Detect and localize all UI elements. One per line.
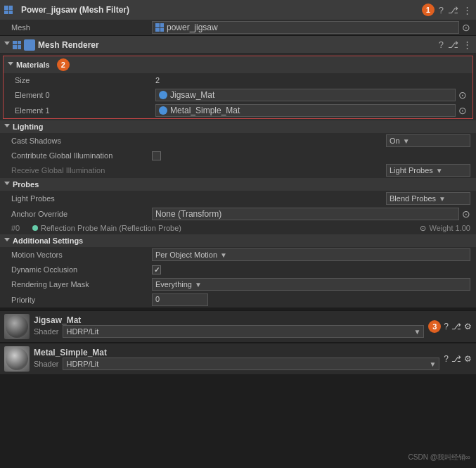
cast-shadows-row: Cast Shadows On ▼	[0, 133, 476, 148]
receive-gi-value: Light Probes	[390, 166, 433, 175]
rendering-layer-mask-value-row: Everything ▼	[152, 278, 470, 291]
mesh-renderer-icon	[13, 41, 21, 49]
materials-size-label: Size	[15, 76, 155, 84]
additional-settings-section: Additional Settings Motion Vectors Per O…	[0, 234, 476, 308]
anchor-override-row: Anchor Override None (Transform) ⊙	[0, 206, 476, 222]
mesh-renderer-triangle[interactable]	[4, 42, 10, 48]
motion-vectors-label: Motion Vectors	[11, 251, 152, 259]
materials-section-header[interactable]: Materials 2	[4, 56, 472, 73]
dynamic-occlusion-checkbox[interactable]: ✓	[152, 265, 161, 274]
metal-shader-arrow: ▼	[429, 360, 436, 368]
metal-mat-icons: ? ⎇ ⚙	[444, 354, 472, 364]
probes-triangle	[4, 182, 10, 188]
metal-shader-dropdown[interactable]: HDRP/Lit ▼	[63, 358, 439, 370]
mesh-value: power_jigsaw	[167, 23, 218, 32]
motion-vectors-row: Motion Vectors Per Object Motion ▼	[0, 247, 476, 263]
jigsaw-gear-icon[interactable]: ⚙	[464, 322, 472, 331]
dynamic-occlusion-label: Dynamic Occlusion	[11, 265, 152, 274]
badge-1: 1	[422, 4, 435, 16]
svg-point-0	[6, 315, 28, 338]
element0-row: Element 0 Jigsaw_Mat ⊙	[4, 87, 472, 103]
light-probes-value-row: Blend Probes ▼	[152, 192, 470, 205]
contribute-gi-checkbox[interactable]	[152, 151, 161, 160]
rendering-layer-mask-value: Everything	[155, 280, 192, 289]
mesh-renderer-header-icons: ? ⎇ ⋮	[439, 39, 472, 50]
jigsaw-shader-arrow: ▼	[413, 328, 420, 336]
receive-gi-dropdown[interactable]: Light Probes ▼	[386, 164, 470, 177]
materials-size-value: 2	[155, 76, 467, 84]
renderer-component-icon	[24, 39, 35, 51]
rendering-layer-mask-dropdown[interactable]: Everything ▼	[152, 278, 470, 291]
lighting-triangle	[4, 124, 10, 130]
probe-target[interactable]: ⊙	[420, 224, 426, 233]
metal-gear-icon[interactable]: ⚙	[464, 354, 472, 364]
motion-vectors-dropdown[interactable]: Per Object Motion ▼	[152, 248, 470, 261]
additional-settings-label: Additional Settings	[13, 236, 83, 245]
lighting-label: Lighting	[13, 122, 43, 131]
mr-menu-icon[interactable]: ⋮	[463, 39, 472, 50]
cast-shadows-dropdown[interactable]: On ▼	[386, 134, 470, 147]
priority-row: Priority 0	[0, 292, 476, 308]
element0-field[interactable]: Jigsaw_Mat	[155, 89, 456, 101]
probe-num: #0	[11, 224, 32, 232]
lighting-section-header[interactable]: Lighting	[0, 120, 476, 133]
rendering-layer-mask-row: Rendering Layer Mask Everything ▼	[0, 277, 476, 292]
mr-question-icon[interactable]: ?	[439, 39, 444, 50]
materials-triangle	[8, 62, 13, 68]
probe-name: Reflection Probe Main (Reflection Probe)	[41, 224, 420, 232]
additional-settings-header[interactable]: Additional Settings	[0, 234, 476, 247]
jigsaw-shader-dropdown[interactable]: HDRP/Lit ▼	[63, 325, 424, 338]
question-icon[interactable]: ?	[439, 5, 444, 15]
receive-gi-value-row: Light Probes ▼	[152, 164, 470, 177]
probe-weight: Weight 1.00	[429, 224, 470, 232]
priority-input[interactable]: 0	[152, 293, 208, 306]
element1-target[interactable]: ⊙	[458, 105, 467, 116]
metal-mat-info: Metal_Simple_Mat Shader HDRP/Lit ▼	[34, 348, 439, 370]
csdn-watermark: CSDN @我叫经销∞	[409, 453, 470, 462]
mesh-field-row: Mesh power_jigsaw ⊙	[0, 20, 476, 35]
metal-question-icon[interactable]: ?	[444, 354, 449, 364]
light-probes-row: Light Probes Blend Probes ▼	[0, 191, 476, 206]
element0-label: Element 0	[15, 91, 155, 99]
jigsaw-mat-name: Jigsaw_Mat	[34, 315, 424, 325]
metal-sphere	[4, 346, 30, 372]
contribute-gi-label: Contribute Global Illumination	[11, 151, 152, 160]
mr-branch-icon[interactable]: ⎇	[448, 39, 458, 50]
probes-section-header[interactable]: Probes	[0, 178, 476, 191]
mesh-value-field[interactable]: power_jigsaw	[152, 21, 459, 34]
jigsaw-branch-icon[interactable]: ⎇	[451, 322, 461, 331]
cast-shadows-arrow: ▼	[403, 137, 410, 145]
anchor-override-value: None (Transform)	[155, 209, 221, 219]
materials-size-row: Size 2	[4, 73, 472, 87]
mesh-filter-icon	[4, 6, 13, 14]
menu-icon[interactable]: ⋮	[463, 5, 472, 15]
additional-settings-triangle	[4, 238, 10, 244]
element1-value: Metal_Simple_Mat	[170, 106, 240, 115]
metal-shader-value: HDRP/Lit	[66, 360, 98, 368]
badge-3: 3	[428, 320, 441, 333]
svg-point-1	[6, 348, 28, 370]
element0-icon	[159, 91, 167, 99]
anchor-override-field[interactable]: None (Transform)	[152, 208, 459, 220]
jigsaw-question-icon[interactable]: ?	[444, 322, 449, 331]
materials-section: Materials 2 Size 2 Element 0 Jigsaw_Mat …	[3, 56, 473, 119]
element0-target[interactable]: ⊙	[458, 89, 467, 101]
rendering-layer-mask-label: Rendering Layer Mask	[11, 280, 152, 289]
mesh-filter-header-icons: ? ⎇ ⋮	[439, 5, 472, 15]
reflection-probe-row: #0 Reflection Probe Main (Reflection Pro…	[0, 222, 476, 234]
anchor-target[interactable]: ⊙	[462, 208, 470, 220]
jigsaw-shader-row: Shader HDRP/Lit ▼	[34, 325, 424, 338]
mesh-filter-panel: Power_jigsaw (Mesh Filter) 1 ? ⎇ ⋮ Mesh …	[0, 0, 476, 36]
priority-value: 0	[155, 295, 160, 303]
metal-mat-name: Metal_Simple_Mat	[34, 348, 439, 358]
light-probes-dropdown[interactable]: Blend Probes ▼	[386, 192, 470, 205]
metal-branch-icon[interactable]: ⎇	[451, 354, 461, 364]
branch-icon[interactable]: ⎇	[448, 5, 458, 15]
probe-icon	[32, 225, 38, 231]
jigsaw-mat-panel: Jigsaw_Mat Shader HDRP/Lit ▼ 3 ? ⎇ ⚙	[0, 310, 476, 343]
mesh-target-icon[interactable]: ⊙	[462, 22, 470, 33]
jigsaw-mat-icons: 3 ? ⎇ ⚙	[428, 320, 472, 333]
element1-field[interactable]: Metal_Simple_Mat	[155, 104, 456, 117]
badge-2: 2	[57, 58, 70, 71]
mesh-renderer-panel: Mesh Renderer ? ⎇ ⋮ Materials 2 Size 2 E…	[0, 36, 476, 308]
